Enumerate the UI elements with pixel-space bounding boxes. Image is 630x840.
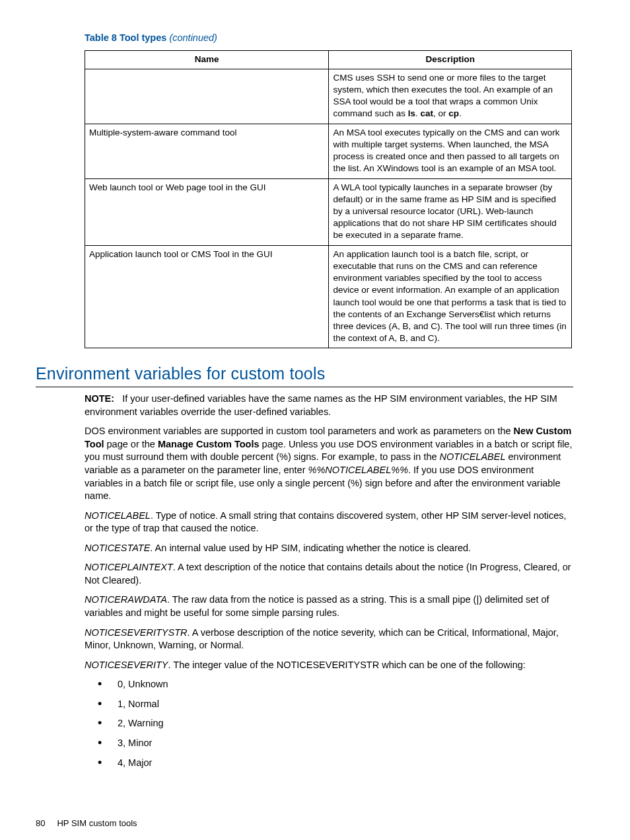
body-content: NOTE: If your user-defined variables hav… [85, 393, 573, 769]
var-noticeseveritystr: NOTICESEVERITYSTR. A verbose description… [85, 627, 573, 652]
note-label: NOTE: [85, 393, 114, 404]
cell-name: Application launch tool or CMS Tool in t… [85, 245, 329, 348]
table-row: Multiple-system-aware command tool An MS… [85, 124, 572, 178]
table-row: Application launch tool or CMS Tool in t… [85, 245, 572, 348]
list-item: 3, Minor [98, 737, 573, 750]
cell-description: A WLA tool typically launches in a separ… [329, 178, 572, 245]
var-noticestate: NOTICESTATE. An internal value used by H… [85, 542, 573, 555]
tool-types-table: Name Description CMS uses SSH to send on… [85, 50, 572, 349]
note-paragraph: NOTE: If your user-defined variables hav… [85, 393, 573, 418]
list-item: 2, Warning [98, 717, 573, 730]
col-header-name: Name [85, 50, 329, 69]
table-caption: Table 8 Tool types (continued) [85, 32, 573, 45]
table-caption-suffix: (continued) [169, 32, 217, 43]
col-header-description: Description [329, 50, 572, 69]
list-item: 1, Normal [98, 698, 573, 711]
severity-list: 0, Unknown 1, Normal 2, Warning 3, Minor… [98, 678, 573, 769]
section-heading: Environment variables for custom tools [36, 363, 573, 385]
cell-description: An application launch tool is a batch fi… [329, 245, 572, 348]
var-noticeplaintext: NOTICEPLAINTEXT. A text description of t… [85, 561, 573, 587]
section-rule [36, 387, 573, 387]
note-text: If your user-defined variables have the … [85, 393, 557, 417]
cell-name: Multiple-system-aware command tool [85, 124, 329, 178]
var-noticerawdata: NOTICERAWDATA. The raw data from the not… [85, 593, 573, 619]
cell-name: Web launch tool or Web page tool in the … [85, 178, 329, 245]
dos-paragraph: DOS environment variables are supported … [85, 425, 573, 502]
table-caption-main: Table 8 Tool types [85, 32, 166, 43]
cell-name [85, 69, 329, 124]
table-row: CMS uses SSH to send one or more files t… [85, 69, 572, 124]
var-noticelabel: NOTICELABEL. Type of notice. A small str… [85, 510, 573, 535]
var-noticeseverity: NOTICESEVERITY. The integer value of the… [85, 659, 573, 672]
cell-description: CMS uses SSH to send one or more files t… [329, 69, 572, 124]
list-item: 4, Major [98, 757, 573, 770]
table-row: Web launch tool or Web page tool in the … [85, 178, 572, 245]
cell-description: An MSA tool executes typically on the CM… [329, 124, 572, 178]
list-item: 0, Unknown [98, 678, 573, 691]
